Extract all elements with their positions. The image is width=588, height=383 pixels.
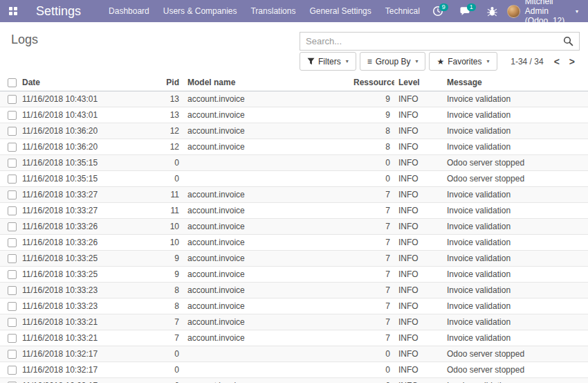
menu-item-translations[interactable]: Translations xyxy=(244,0,302,22)
log-row[interactable]: 11/16/2018 10:35:1500INFOOdoo server sto… xyxy=(0,171,588,187)
cell-model: account.invoice xyxy=(183,330,349,346)
top-menu: DashboardUsers & CompaniesTranslationsGe… xyxy=(102,0,427,22)
row-checkbox[interactable] xyxy=(8,318,17,327)
row-checkbox[interactable] xyxy=(8,190,17,199)
cell-pid: 13 xyxy=(149,107,183,123)
search-icon[interactable] xyxy=(563,36,573,46)
filters-button[interactable]: Filters ▾ xyxy=(300,52,356,71)
activity-menu-button[interactable]: 9 xyxy=(427,0,454,22)
row-checkbox[interactable] xyxy=(8,238,17,247)
log-row[interactable]: 11/16/2018 10:33:238account.invoice7INFO… xyxy=(0,283,588,299)
log-row[interactable]: 11/16/2018 10:33:259account.invoice7INFO… xyxy=(0,267,588,283)
select-all-checkbox[interactable] xyxy=(8,78,17,87)
row-checkbox[interactable] xyxy=(8,222,17,231)
column-header-ressource-id[interactable]: Ressource id xyxy=(349,74,394,91)
user-menu-button[interactable]: Mitchell Admin (Odoo_12) ▾ xyxy=(503,0,588,22)
cell-model: account.invoice xyxy=(183,378,349,383)
row-checkbox[interactable] xyxy=(8,286,17,295)
column-header-message[interactable]: Message xyxy=(443,74,588,91)
log-row[interactable]: 11/16/2018 10:43:0113account.invoice9INF… xyxy=(0,91,588,107)
cell-pid: 9 xyxy=(149,251,183,267)
cell-model: account.invoice xyxy=(183,235,349,251)
log-row[interactable]: 11/16/2018 10:33:217account.invoice7INFO… xyxy=(0,330,588,346)
cell-message: Odoo server stopped xyxy=(443,362,588,378)
row-checkbox[interactable] xyxy=(8,159,17,168)
cell-message: Invoice validation xyxy=(443,314,588,330)
cell-pid: 10 xyxy=(149,235,183,251)
cell-pid: 8 xyxy=(149,299,183,314)
row-checkbox[interactable] xyxy=(8,270,17,279)
menu-item-general-settings[interactable]: General Settings xyxy=(302,0,378,22)
row-checkbox[interactable] xyxy=(8,366,17,375)
column-header-model-name[interactable]: Model name xyxy=(183,74,349,91)
log-row[interactable]: 11/16/2018 10:32:1700INFOOdoo server sto… xyxy=(0,362,588,378)
log-row[interactable]: 11/16/2018 10:33:217account.invoice7INFO… xyxy=(0,314,588,330)
pager-next-icon[interactable]: > xyxy=(564,56,580,67)
row-select-cell xyxy=(0,139,18,155)
row-checkbox[interactable] xyxy=(8,334,17,343)
log-row[interactable]: 11/16/2018 10:35:1500INFOOdoo server sto… xyxy=(0,155,588,171)
favorites-button[interactable]: ★ Favorites ▾ xyxy=(429,52,497,71)
menu-item-technical[interactable]: Technical xyxy=(378,0,427,22)
cell-resource-id: 7 xyxy=(349,235,394,251)
cell-pid: 6 xyxy=(149,378,183,383)
row-select-cell xyxy=(0,91,18,107)
apps-menu-icon[interactable] xyxy=(9,7,17,15)
control-panel: Logs Filters ▾ ≡ Group By ▾ ★ Favorites … xyxy=(0,22,588,74)
search-input[interactable] xyxy=(300,36,563,46)
debug-menu-button[interactable] xyxy=(481,0,503,22)
row-checkbox[interactable] xyxy=(8,254,17,263)
menu-item-dashboard[interactable]: Dashboard xyxy=(102,0,156,22)
row-checkbox[interactable] xyxy=(8,302,17,311)
column-header-pid[interactable]: Pid xyxy=(149,74,183,91)
cell-model: account.invoice xyxy=(183,107,349,123)
cell-date: 11/16/2018 10:33:27 xyxy=(18,187,149,203)
column-header-level[interactable]: Level xyxy=(394,74,443,91)
log-row[interactable]: 11/16/2018 10:33:2610account.invoice7INF… xyxy=(0,235,588,251)
row-checkbox[interactable] xyxy=(8,111,17,120)
app-title[interactable]: Settings xyxy=(36,4,81,19)
cell-level: INFO xyxy=(394,123,443,139)
group-by-button[interactable]: ≡ Group By ▾ xyxy=(360,52,426,71)
log-row[interactable]: 11/16/2018 10:36:2012account.invoice8INF… xyxy=(0,139,588,155)
cell-date: 11/16/2018 10:35:15 xyxy=(18,171,149,187)
row-select-cell xyxy=(0,283,18,299)
cell-pid: 0 xyxy=(149,346,183,362)
row-checkbox[interactable] xyxy=(8,175,17,184)
log-row[interactable]: 11/16/2018 10:33:2711account.invoice7INF… xyxy=(0,203,588,219)
log-row[interactable]: 11/16/2018 10:33:238account.invoice7INFO… xyxy=(0,299,588,314)
cell-date: 11/16/2018 10:33:23 xyxy=(18,283,149,299)
column-header-date[interactable]: Date xyxy=(18,74,149,91)
row-select-cell xyxy=(0,107,18,123)
log-row[interactable]: 11/16/2018 10:36:2012account.invoice8INF… xyxy=(0,123,588,139)
row-select-cell xyxy=(0,187,18,203)
row-checkbox[interactable] xyxy=(8,127,17,136)
messages-menu-button[interactable]: 1 xyxy=(454,0,481,22)
cell-resource-id: 7 xyxy=(349,203,394,219)
log-row[interactable]: 11/16/2018 10:33:2711account.invoice7INF… xyxy=(0,187,588,203)
pager-previous-icon[interactable]: < xyxy=(549,56,564,67)
row-checkbox[interactable] xyxy=(8,143,17,152)
group-by-label: Group By xyxy=(376,57,411,66)
filters-caret-icon: ▾ xyxy=(346,58,349,64)
cell-message: Invoice validation xyxy=(443,91,588,107)
cell-message: Invoice validation xyxy=(443,378,588,383)
cell-date: 11/16/2018 10:32:17 xyxy=(18,346,149,362)
breadcrumb-page-title[interactable]: Logs xyxy=(11,33,38,47)
cell-pid: 11 xyxy=(149,203,183,219)
row-checkbox[interactable] xyxy=(8,206,17,215)
cell-pid: 0 xyxy=(149,362,183,378)
row-select-cell xyxy=(0,267,18,283)
log-row[interactable]: 11/16/2018 10:29:176account.invoice6INFO… xyxy=(0,378,588,383)
cell-message: Odoo server stopped xyxy=(443,171,588,187)
activity-count-badge: 9 xyxy=(439,3,448,11)
cell-level: INFO xyxy=(394,299,443,314)
cell-level: INFO xyxy=(394,314,443,330)
log-row[interactable]: 11/16/2018 10:43:0113account.invoice9INF… xyxy=(0,107,588,123)
row-checkbox[interactable] xyxy=(8,350,17,359)
log-row[interactable]: 11/16/2018 10:33:2610account.invoice7INF… xyxy=(0,219,588,235)
log-row[interactable]: 11/16/2018 10:33:259account.invoice7INFO… xyxy=(0,251,588,267)
log-row[interactable]: 11/16/2018 10:32:1700INFOOdoo server sto… xyxy=(0,346,588,362)
row-checkbox[interactable] xyxy=(8,95,17,104)
menu-item-users-companies[interactable]: Users & Companies xyxy=(156,0,244,22)
